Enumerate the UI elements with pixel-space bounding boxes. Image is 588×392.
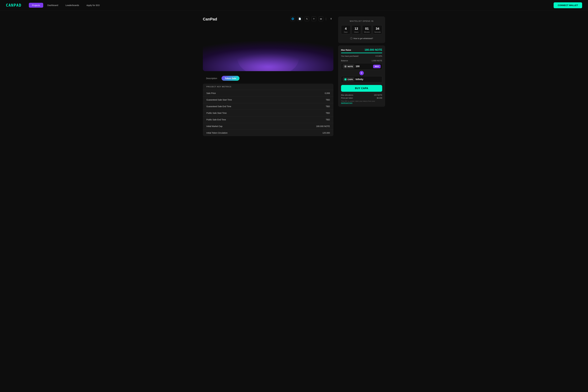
vested-note: This IDO is vested, claim your tokens fr… xyxy=(341,100,382,104)
guar-end-value: TBD xyxy=(326,105,330,108)
table-row: Guaranteed Sale Start Time TBD xyxy=(203,96,334,103)
tabs: Description Token Sale xyxy=(203,76,334,81)
countdown-seconds-num: 34 xyxy=(374,27,381,30)
sale-price-label: Sale Price xyxy=(206,92,216,94)
document-icon[interactable]: 📄 xyxy=(298,16,302,21)
countdown: 4 Days 12 Hours 01 Minutes 34 Seconds xyxy=(341,25,382,34)
tab-description[interactable]: Description xyxy=(203,76,220,81)
note-input-row: ◎ NOTE MAX xyxy=(341,63,382,70)
logo: CANPAD xyxy=(6,3,22,8)
max-allocations-row: Max allocations 100 NOTE xyxy=(341,94,382,96)
table-row: Initial Token Circulation 125.000 xyxy=(203,130,334,136)
social-divider: | xyxy=(326,17,326,20)
pub-end-value: TBD xyxy=(326,118,330,121)
swap-icon[interactable]: ▼ xyxy=(360,71,364,75)
connect-wallet-button[interactable]: CONNECT WALLET xyxy=(554,2,582,8)
note-amount-input[interactable] xyxy=(356,65,372,68)
purchased-label: You have purchased xyxy=(341,55,358,57)
right-column: WHITELIST OPENS IN 4 Days 12 Hours 01 Mi… xyxy=(338,16,385,107)
left-column: CanPad 🌐 📄 𝕏 ✈ M | ⬆ Description Token S… xyxy=(203,16,334,136)
countdown-minutes-label: Minutes xyxy=(363,31,370,33)
twitter-icon[interactable]: 𝕏 xyxy=(304,16,309,21)
telegram-icon[interactable]: ✈ xyxy=(312,16,316,21)
page-title: CanPad xyxy=(203,17,217,22)
market-cap-value: 180.000 NOTE xyxy=(316,125,330,128)
progress-fill xyxy=(341,52,382,53)
capa-token-badge: ✦ CAPA xyxy=(343,77,354,82)
whitelist-info-text: How to get whitelisted? xyxy=(354,37,373,40)
hero-image xyxy=(203,27,334,71)
metrics-box: PROJECT KEY METRICS Sale Price 0,008 Gua… xyxy=(203,84,334,136)
max-raise-label: Max Raise xyxy=(341,49,351,51)
table-row: Public Sale End Time TBD xyxy=(203,116,334,123)
note-token-badge: ◎ NOTE xyxy=(343,64,354,69)
globe-icon[interactable]: 🌐 xyxy=(290,16,295,21)
nav-projects[interactable]: Projects xyxy=(29,3,43,8)
max-allocations-label: Max allocations xyxy=(341,94,353,96)
balance-row: Balance 1.000 NOTE xyxy=(341,60,382,62)
capa-token-label: CAPA xyxy=(348,78,353,80)
note-token-label: NOTE xyxy=(348,66,353,68)
countdown-days: 4 Days xyxy=(341,25,350,34)
balance-value: 1.000 NOTE xyxy=(372,60,382,62)
guar-start-label: Guaranteed Sale Start Time xyxy=(206,98,232,101)
countdown-hours-num: 12 xyxy=(353,27,360,30)
countdown-seconds-label: Seconds xyxy=(374,31,381,33)
dashboard-link[interactable]: dashboard here xyxy=(341,102,352,104)
max-raise-row: Max Raise 180.000 NOTE xyxy=(341,48,382,52)
countdown-days-label: Days xyxy=(342,31,350,33)
nav-apply-ido[interactable]: Apply for IDO xyxy=(83,3,103,8)
max-button[interactable]: MAX xyxy=(373,65,380,68)
whitelist-panel: WHITELIST OPENS IN 4 Days 12 Hours 01 Mi… xyxy=(338,16,385,43)
nav-leaderboards[interactable]: Leaderboards xyxy=(62,3,82,8)
tab-token-sale[interactable]: Token Sale xyxy=(222,76,240,81)
market-cap-label: Initial Market Cap xyxy=(206,125,222,128)
countdown-minutes-num: 01 xyxy=(363,27,370,30)
buy-capa-button[interactable]: BUY CAPA xyxy=(341,85,382,92)
main-content: CanPad 🌐 📄 𝕏 ✈ M | ⬆ Description Token S… xyxy=(197,10,391,142)
capa-token-icon: ✦ xyxy=(344,78,347,81)
guar-start-value: TBD xyxy=(326,98,330,101)
purchased-value: 0 CAPA xyxy=(376,55,382,57)
note-token-icon: ◎ xyxy=(344,65,347,68)
token-circ-label: Initial Token Circulation xyxy=(206,132,228,134)
balance-label: Balance xyxy=(341,60,348,62)
price-per-token-row: Price per token $0,008 xyxy=(341,97,382,99)
capa-output-row: ✦ CAPA Infinity xyxy=(341,76,382,82)
metrics-header: PROJECT KEY METRICS xyxy=(203,84,334,90)
price-per-token-label: Price per token xyxy=(341,97,353,99)
whitelist-title: WHITELIST OPENS IN xyxy=(341,20,382,22)
nav-links: Projects Dashboard Leaderboards Apply fo… xyxy=(29,3,554,8)
table-row: Public Sale Start Time TBD xyxy=(203,110,334,116)
table-row: Guaranteed Sale End Time TBD xyxy=(203,103,334,110)
whitelist-info-link[interactable]: ? How to get whitelisted? xyxy=(341,37,382,40)
info-icon: ? xyxy=(350,37,352,40)
countdown-hours-label: Hours xyxy=(353,31,360,33)
progress-bar xyxy=(341,52,382,53)
social-icons-row: 🌐 📄 𝕏 ✈ M | ⬆ xyxy=(290,16,334,21)
max-allocations-value: 100 NOTE xyxy=(374,94,382,96)
guar-end-label: Guaranteed Sale End Time xyxy=(206,105,231,108)
swap-icon-row: ▼ xyxy=(341,71,382,75)
sale-price-value: 0,008 xyxy=(325,92,330,94)
countdown-minutes: 01 Minutes xyxy=(362,25,372,34)
nav-dashboard[interactable]: Dashboard xyxy=(44,3,61,8)
pub-end-label: Public Sale End Time xyxy=(206,118,226,121)
pub-start-label: Public Sale Start Time xyxy=(206,112,227,114)
trade-panel: Max Raise 180.000 NOTE You have purchase… xyxy=(338,46,385,107)
countdown-days-num: 4 xyxy=(342,27,350,30)
table-row: Sale Price 0,008 xyxy=(203,90,334,96)
price-per-token-value: $0,008 xyxy=(377,97,382,99)
token-circ-value: 125.000 xyxy=(322,132,330,134)
medium-icon[interactable]: M xyxy=(318,16,323,21)
table-row: Initial Market Cap 180.000 NOTE xyxy=(203,123,334,130)
purchased-row: You have purchased 0 CAPA xyxy=(341,55,382,57)
hero-glow xyxy=(237,39,299,71)
countdown-seconds: 34 Seconds xyxy=(373,25,382,34)
capa-output-value: Infinity xyxy=(356,77,380,82)
countdown-hours: 12 Hours xyxy=(352,25,361,34)
pub-start-value: TBD xyxy=(326,112,330,114)
max-raise-value: 180.000 NOTE xyxy=(364,48,382,52)
share-icon[interactable]: ⬆ xyxy=(329,16,334,21)
header-row: CanPad 🌐 📄 𝕏 ✈ M | ⬆ xyxy=(203,16,334,24)
